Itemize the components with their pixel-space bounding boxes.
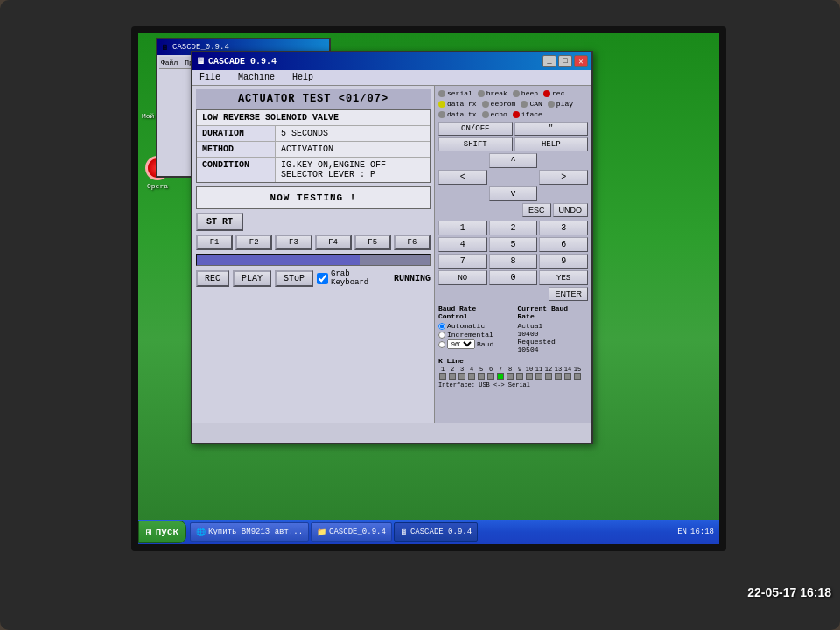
lang-indicator: EN [677,528,687,536]
taskbar-item-0[interactable]: 🌐 Купить BM9213 авт... [190,522,309,542]
num4-button[interactable]: 4 [438,237,487,252]
arrow-down-button[interactable]: v [489,186,538,201]
enter-button[interactable]: ENTER [549,287,588,301]
progress-bar-container [196,254,430,266]
baud-auto-label: Automatic [447,322,485,330]
menu-help[interactable]: Help [289,72,317,83]
onoff-button[interactable]: ON/OFF [438,122,513,136]
esc-button[interactable]: ESC [522,203,551,217]
f6-button[interactable]: F6 [394,234,430,250]
f5-button[interactable]: F5 [354,234,391,250]
shift-button[interactable]: SHIFT [438,137,513,151]
num3-button[interactable]: 3 [539,220,588,235]
minimize-button[interactable]: _ [542,55,556,67]
play-indicator: play [548,100,573,108]
clock: 16:18 [690,528,714,536]
menu-file[interactable]: File [196,72,224,83]
baud-9600-select[interactable]: 9600 [447,340,475,349]
kline-5: 5 [477,366,486,380]
actual-baud-row: Actual 10400 [518,322,589,338]
baud-9600-option[interactable]: 9600 Baud [438,340,509,349]
num1-button[interactable]: 1 [438,220,487,235]
taskbar-item-2[interactable]: 🖥 CASCADE 0.9.4 [394,522,478,542]
play-button[interactable]: PLAY [233,270,271,287]
start-button[interactable]: ST RT [196,213,243,231]
bg-menu-file[interactable]: Файл [161,59,178,66]
baud-incremental-radio[interactable] [438,332,445,339]
baud-control-title: Baud Rate Control [438,304,509,320]
f3-button[interactable]: F3 [275,234,312,250]
component-table: LOW REVERSE SOLENOID VALVE DURATION 5 SE… [196,109,430,183]
arrow-buttons: ^ < > v [438,153,588,201]
windows-logo: ⊞ [146,527,152,538]
condition-line2: SELECTOR LEVER : P [281,170,424,179]
undo-button[interactable]: UNDO [553,203,589,217]
taskbar-item-1-label: CASCDE_0.9.4 [329,528,386,536]
no-button[interactable]: NO [438,270,487,285]
requested-value: 10504 [518,346,539,354]
baud-split: Baud Rate Control Automatic Incremental [438,304,588,354]
f4-button[interactable]: F4 [315,234,352,250]
current-baud-title: Current Baud Rate [518,304,589,320]
baud-control-left: Baud Rate Control Automatic Incremental [438,304,509,354]
stop-button[interactable]: SToP [275,270,313,287]
f2-button[interactable]: F2 [235,234,272,250]
kline-led-9 [516,373,523,380]
num9-button[interactable]: 9 [539,254,588,269]
condition-line1: IG.KEY ON,ENGINE OFF [281,160,424,170]
baud-auto-radio[interactable] [438,323,445,330]
datatx-indicator: data tx [438,110,477,118]
kline-led-12 [545,373,552,380]
kline-11: 11 [535,366,543,380]
arrow-left-button[interactable]: < [438,170,487,185]
baud-control-right: Current Baud Rate Actual 10400 Requested [518,304,589,354]
eeprom-led [482,101,489,108]
kline-led-15 [574,373,581,380]
bottom-controls: REC PLAY SToP Grab Keyboard RUNNING [196,270,430,287]
baud-auto-option[interactable]: Automatic [438,322,509,330]
kline-led-4 [468,373,475,380]
arrow-right-button[interactable]: > [539,170,588,185]
start-button-taskbar[interactable]: ⊞ пуск [138,521,186,543]
baud-incremental-option[interactable]: Incremental [438,331,509,339]
play-led [548,101,555,108]
close-button[interactable]: ✕ [574,55,588,67]
kline-led-8 [507,373,514,380]
method-row: METHOD ACTIVATION [197,142,430,158]
beep-led [513,90,520,97]
testing-banner: NOW TESTING ! [196,186,430,209]
menu-machine[interactable]: Machine [234,72,278,83]
maximize-button[interactable]: □ [558,55,572,67]
num2-button[interactable]: 2 [489,220,538,235]
method-value: ACTIVATION [276,142,430,157]
datatx-led [438,111,445,118]
kline-led-10 [526,373,533,380]
eeprom-indicator: eeprom [482,100,516,108]
rec-led [543,90,550,97]
arrow-up-button[interactable]: ^ [489,153,538,168]
grab-keyboard-checkbox[interactable] [317,273,328,284]
num8-button[interactable]: 8 [489,254,538,269]
menu-bar: File Machine Help [192,70,592,86]
num6-button[interactable]: 6 [539,237,588,252]
kline-8: 8 [506,366,514,380]
requested-label: Requested [518,338,556,346]
status-indicators-row3: data tx echo iface [438,110,588,118]
screen-area: Мой компьютер Opera 🖥 CASCDE_0.9.4 Файл … [131,26,726,551]
taskbar-item-2-label: CASCADE 0.9.4 [410,528,472,536]
num0-button[interactable]: 0 [489,270,538,285]
kline-10: 10 [525,366,534,380]
num5-button[interactable]: 5 [489,237,538,252]
f1-button[interactable]: F1 [196,234,233,250]
quote-button[interactable]: " [514,122,589,136]
top-function-buttons: ON/OFF " [438,122,588,136]
help-button[interactable]: HELP [514,137,589,151]
taskbar-folder-icon: 📁 [317,528,326,537]
rec-button[interactable]: REC [196,270,229,287]
taskbar-item-1[interactable]: 📁 CASCDE_0.9.4 [311,522,392,542]
num7-button[interactable]: 7 [438,254,487,269]
taskbar-ie-icon: 🌐 [196,528,206,537]
yes-button[interactable]: YES [539,270,588,285]
kline-led-6 [487,373,494,380]
baud-9600-radio[interactable] [438,341,445,348]
